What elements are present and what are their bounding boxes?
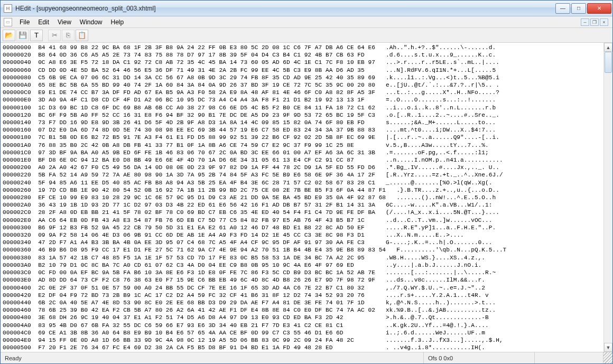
hex-row[interactable]: 000004C0 69 CE A1 3B 8B 36 A0 64 B8 E9 B…	[3, 329, 602, 337]
hex-row[interactable]: 000002C0 28 2F A8 0D EB BB 21 41 5F 78 0…	[3, 209, 602, 216]
statusbar: Ready Ofs 0 0x0	[1, 352, 612, 363]
hex-view[interactable]: 00000000 B4 41 68 99 B8 22 9C BA 68 1F 2…	[1, 43, 603, 352]
hex-row[interactable]: 00000260 19 7D CD BB 1E 90 42 80 54 52 0…	[3, 186, 602, 194]
cut-button[interactable]: ✂	[48, 30, 61, 41]
hex-row[interactable]: 000001A0 76 88 35 B0 2C 42 0B A8 DB FB 4…	[3, 142, 602, 149]
hex-row[interactable]: 000000C0 E9 E1 DE 74 CC B7 3A DF FD AD 6…	[3, 89, 602, 96]
menu-window[interactable]: Window	[76, 17, 107, 27]
hex-row[interactable]: 00000420 E2 DF 04 F9 72 BD 73 2B B9 1C A…	[3, 292, 602, 299]
menu-edit[interactable]: Edit	[34, 17, 53, 27]
hex-row[interactable]: 000003A0 B2 10 79 D1 0C 8C BA 7C A0 CD 6…	[3, 262, 602, 269]
resize-grip[interactable]	[603, 352, 612, 363]
hex-row[interactable]: 00000340 47 2D F7 A1 A4 B3 3B BA 4B 0A E…	[3, 239, 602, 246]
hex-row[interactable]: 00000460 78 6B 25 39 B0 42 EA F2 CB 5B A…	[3, 306, 602, 314]
vertical-scrollbar[interactable]: ▲ ▼	[603, 43, 612, 352]
hex-row[interactable]: 000001E0 BF D8 6E 0C 94 12 BA E0 D8 BB 4…	[3, 156, 602, 164]
hex-row[interactable]: 000003C0 0C FD 00 0A EF BC 9A 5B FA B6 1…	[3, 269, 602, 276]
hex-row[interactable]: 000000A0 65 8E BC 5B 6A 55 BD 99 40 74 2…	[3, 81, 602, 89]
hex-row[interactable]: 00000500 F7 20 F1 2E 76 34 67 FC E4 69 D…	[3, 344, 602, 351]
hex-row[interactable]: 00000100 1C D3 69 BC 1D C8 6F DC 69 B8 A…	[3, 104, 602, 111]
mdi-restore-button[interactable]: ❐	[590, 18, 599, 26]
app-window: H HEdit - [supyeongseonneomeoro_split_00…	[0, 0, 613, 364]
open-button[interactable]: 📂	[3, 30, 15, 41]
hex-row[interactable]: 000002A0 36 43 19 1B 1D 93 2D 77 1C D2 9…	[3, 201, 602, 209]
titlebar[interactable]: H HEdit - [supyeongseonneomeoro_split_00…	[1, 1, 612, 16]
app-icon: H	[4, 4, 12, 13]
hex-row[interactable]: 00000080 C5 6B 9E CA 07 06 6C 31 DD 14 3…	[3, 74, 602, 81]
hex-row[interactable]: 00000040 0C A8 E6 3E F5 72 18 DA C1 92 7…	[3, 59, 602, 66]
hex-row[interactable]: 00000280 EF CE 10 99 E9 83 10 28 29 9C 1…	[3, 194, 602, 201]
text-toggle-button[interactable]: T	[30, 30, 43, 41]
save-button[interactable]: 💾	[16, 30, 29, 41]
hex-row[interactable]: 000001C0 97 3D BF 9A BA A0 A5 9B ED 6F F…	[3, 149, 602, 156]
hex-row[interactable]: 000004E0 94 15 FF 0E 0D A8 1D 66 BB 33 9…	[3, 337, 602, 344]
close-button[interactable]: ✕	[587, 3, 611, 14]
hex-row[interactable]: 00000300 B6 9F 12 B3 FB 52 9A 45 22 CB 7…	[3, 224, 602, 231]
status-empty	[534, 352, 603, 363]
hex-row[interactable]: 00000140 73 F7 DD 16 9D E8 9D 3B 26 41 D…	[3, 119, 602, 126]
hex-row[interactable]: 00000160 07 D2 E0 DA 6D 74 8D 0D 5E 74 3…	[3, 126, 602, 134]
menu-view[interactable]: View	[53, 17, 76, 27]
menu-file[interactable]: File	[15, 17, 34, 27]
menu-help[interactable]: Help	[107, 17, 128, 27]
hex-row[interactable]: 000000E0 3D A0 9A 4F C1 D8 CD CF 4F D1 A…	[3, 96, 602, 104]
toolbar: 📂 💾 T ✂ ⎘ 📋	[1, 28, 612, 43]
hex-row[interactable]: 00000180 7C B1 5B 0D E6 B2 72 B5 91 7E A…	[3, 134, 602, 141]
window-controls: — □ ✕	[554, 3, 611, 14]
hex-row[interactable]: 00000320 09 9A F2 58 14 06 4E D3 06 9B 9…	[3, 231, 602, 239]
window-title: HEdit - [supyeongseonneomeoro_split_003.…	[15, 5, 554, 12]
hex-row[interactable]: 00000020 B8 64 0D 36 C6 A5 A5 2E 73 74 8…	[3, 51, 602, 59]
scroll-up-button[interactable]: ▲	[604, 43, 612, 52]
hex-row[interactable]: 00000480 3E 68 DH 26 9C 19 40 04 37 E1 A…	[3, 314, 602, 321]
maximize-button[interactable]: □	[571, 3, 586, 14]
scroll-track[interactable]	[604, 52, 612, 343]
hex-row[interactable]: 000002E0 AA C6 64 EB 0D FB 43 A8 E3 54 8…	[3, 217, 602, 224]
hex-row[interactable]: 000003E0 AD 8D DD 64 73 CF F2 C8 76 38 6…	[3, 276, 602, 284]
menubar: ▭ File Edit View Window Help – ❐ ×	[1, 16, 612, 28]
hex-row[interactable]: 00000440 6B 2C 0A 40 5E A7 4E 8D 53 90 8…	[3, 299, 602, 306]
hex-row[interactable]: 000004A0 83 95 4B D0 67 6B FA 32 55 DC C…	[3, 322, 602, 329]
status-ready: Ready	[1, 352, 423, 363]
hex-row[interactable]: 00000400 2C 0E 2F 37 0F 51 0E 57 59 00 A…	[3, 284, 602, 292]
status-offset: Ofs 0 0x0	[423, 352, 534, 363]
hex-row[interactable]: 00000380 83 1A 57 42 1B C7 48 85 F5 1A 1…	[3, 254, 602, 262]
minimize-button[interactable]: —	[555, 3, 570, 14]
mdi-minimize-button[interactable]: –	[581, 18, 589, 26]
hex-row[interactable]: 00000220 5B FA 52 14 A9 59 72 7A AE 80 9…	[3, 171, 602, 179]
copy-button[interactable]: ⎘	[62, 30, 75, 41]
hex-row[interactable]: 00000360 46 B9 B6 D8 95 F9 CC 17 E1 D1 F…	[3, 246, 602, 254]
paste-button[interactable]: 📋	[76, 30, 88, 41]
hex-row[interactable]: 00000240 5F 94 85 A6 11 EE D5 40 85 AC F…	[3, 179, 602, 186]
hex-row[interactable]: 00000000 B4 41 68 99 B8 22 9C BA 68 1F 2…	[3, 44, 602, 51]
mdi-doc-icon: ▭	[4, 18, 12, 26]
mdi-close-button[interactable]: ×	[600, 18, 608, 26]
content-area: 00000000 B4 41 68 99 B8 22 9C BA 68 1F 2…	[1, 43, 612, 352]
mdi-controls: – ❐ ×	[581, 18, 610, 26]
hex-row[interactable]: 00000060 CD DD 0D 4E 5D BA 52 64 46 56 E…	[3, 67, 602, 74]
scroll-thumb[interactable]	[605, 52, 612, 73]
hex-row[interactable]: 00000200 A0 2A A0 42 67 F0 C5 49 56 DA 1…	[3, 164, 602, 171]
hex-row[interactable]: 00000120 BC 6F F9 5B A0 FF 52 CC 16 31 E…	[3, 111, 602, 119]
scroll-down-button[interactable]: ▼	[604, 343, 612, 352]
